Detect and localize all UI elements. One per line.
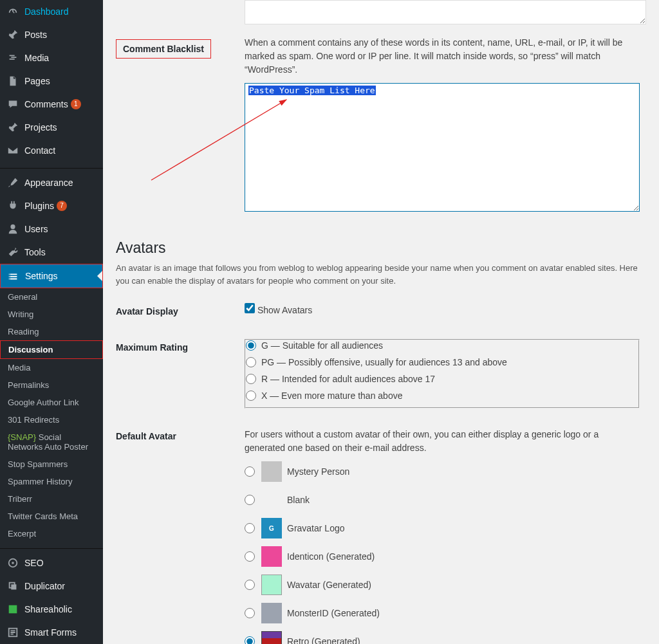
sidebar-item-media[interactable]: Media	[0, 46, 103, 69]
submenu-item-google-author-link[interactable]: Google Author Link	[0, 394, 103, 411]
avatar-thumb-blank	[261, 490, 282, 510]
sidebar-item-label: Projects	[24, 122, 57, 133]
badge: 1	[71, 99, 81, 109]
submenu-item-reading[interactable]: Reading	[0, 323, 103, 340]
default-avatar-wavatar[interactable]: Wavatar (Generated)	[245, 575, 640, 595]
sidebar-item-label: Users	[24, 224, 48, 234]
avatars-heading: Avatars	[116, 239, 646, 257]
page-icon	[6, 75, 19, 87]
blacklist-selected-text: Paste Your Spam List Here	[248, 86, 376, 95]
sidebar-item-label: Tools	[24, 247, 46, 257]
default-avatar-radio-gravatar[interactable]	[245, 523, 255, 533]
submenu-item-spammer-history[interactable]: Spammer History	[0, 473, 103, 490]
maximum-rating-fieldset: G — Suitable for all audiences PG — Poss…	[245, 339, 640, 409]
sidebar-item-appearance[interactable]: Appearance	[0, 171, 103, 194]
avatar-thumb-monsterid	[261, 603, 282, 623]
sidebar-item-label: Smart Forms	[24, 627, 77, 638]
default-avatar-radio-mystery[interactable]	[245, 466, 255, 477]
default-avatar-radio-wavatar[interactable]	[245, 580, 255, 590]
default-avatar-gravatar[interactable]: GGravatar Logo	[245, 518, 640, 538]
show-avatars-row[interactable]: Show Avatars	[245, 305, 312, 315]
comment-blacklist-desc: When a comment contains any of these wor…	[245, 36, 640, 77]
comment-blacklist-textarea[interactable]	[245, 83, 640, 212]
duplicator-icon	[6, 580, 19, 593]
submenu-item-excerpt[interactable]: Excerpt	[0, 525, 103, 542]
rating-x[interactable]: X — Even more mature than above	[246, 391, 638, 401]
submenu-item-general[interactable]: General	[0, 288, 103, 306]
sidebar-item-label: SEO	[24, 558, 44, 568]
forms-icon	[6, 626, 19, 639]
admin-sidebar: DashboardPostsMediaPagesComments1Project…	[0, 0, 103, 644]
sidebar-item-label: Contact	[24, 145, 55, 156]
sidebar-item-label: Shareaholic	[24, 604, 72, 614]
submenu-item-stop-spammers[interactable]: Stop Spammers	[0, 455, 103, 473]
sidebar-item-seo[interactable]: SEO	[0, 551, 103, 575]
sidebar-item-dashboard[interactable]: Dashboard	[0, 0, 103, 23]
svg-point-1	[12, 562, 14, 564]
dashboard-icon	[6, 5, 19, 18]
default-avatar-radio-retro[interactable]	[245, 636, 255, 644]
submenu-item-triberr[interactable]: Triberr	[0, 490, 103, 508]
sidebar-item-projects[interactable]: Projects	[0, 116, 103, 139]
submenu-item-301-redirects[interactable]: 301 Redirects	[0, 411, 103, 428]
avatars-intro: An avatar is an image that follows you f…	[116, 262, 646, 287]
rating-radio-g[interactable]	[246, 340, 256, 351]
sidebar-item-label: Comments	[24, 99, 68, 109]
default-avatar-mystery[interactable]: Mystery Person	[245, 461, 640, 482]
submenu-item-discussion[interactable]: Discussion	[0, 340, 103, 359]
default-avatar-identicon[interactable]: Identicon (Generated)	[245, 546, 640, 567]
submenu-item-media[interactable]: Media	[0, 359, 103, 376]
submenu-item--snap-social-networks-auto-poster[interactable]: {SNAP} Social Networks Auto Poster	[0, 428, 103, 455]
maximum-rating-label: Maximum Rating	[116, 329, 245, 418]
sidebar-item-label: Pages	[24, 76, 50, 86]
default-avatar-monsterid[interactable]: MonsterID (Generated)	[245, 603, 640, 623]
submenu-item-permalinks[interactable]: Permalinks	[0, 376, 103, 394]
rating-g[interactable]: G — Suitable for all audiences	[246, 340, 638, 351]
avatar-thumb-identicon	[261, 546, 282, 567]
comment-blacklist-label: Comment Blacklist	[116, 39, 211, 59]
rating-radio-pg[interactable]	[246, 357, 256, 367]
sidebar-item-smart-forms[interactable]: Smart Forms	[0, 621, 103, 644]
default-avatar-radio-monsterid[interactable]	[245, 608, 255, 618]
sidebar-item-posts[interactable]: Posts	[0, 23, 103, 46]
avatar-thumb-wavatar	[261, 575, 282, 595]
show-avatars-label: Show Avatars	[257, 305, 312, 315]
sidebar-item-tools[interactable]: Tools	[0, 241, 103, 264]
sidebar-item-contact[interactable]: Contact	[0, 139, 103, 162]
pin-icon	[6, 28, 19, 41]
sidebar-item-comments[interactable]: Comments1	[0, 93, 103, 116]
rating-radio-x[interactable]	[246, 391, 256, 401]
comment-icon	[6, 98, 19, 111]
default-avatar-label: Default Avatar	[116, 418, 245, 644]
submenu-item-twitter-cards-meta[interactable]: Twitter Cards Meta	[0, 508, 103, 525]
default-avatar-desc: For users without a custom avatar of the…	[245, 428, 640, 455]
sidebar-item-label: Media	[24, 53, 49, 63]
sidebar-item-pages[interactable]: Pages	[0, 69, 103, 93]
avatar-thumb-retro	[261, 631, 282, 644]
show-avatars-checkbox[interactable]	[245, 303, 255, 313]
default-avatar-blank[interactable]: Blank	[245, 490, 640, 510]
sidebar-item-shareaholic[interactable]: Shareaholic	[0, 598, 103, 621]
sidebar-item-label: Plugins	[24, 201, 54, 211]
sidebar-item-users[interactable]: Users	[0, 217, 103, 241]
rating-radio-r[interactable]	[246, 374, 256, 384]
mail-icon	[6, 144, 19, 157]
default-avatar-retro[interactable]: Retro (Generated)	[245, 631, 640, 644]
rating-r[interactable]: R — Intended for adult audiences above 1…	[246, 374, 638, 384]
avatar-thumb-mystery	[261, 461, 282, 482]
default-avatar-radio-identicon[interactable]	[245, 551, 255, 562]
svg-rect-4	[9, 605, 17, 614]
submenu-item-writing[interactable]: Writing	[0, 306, 103, 323]
sidebar-item-label: Duplicator	[24, 581, 65, 591]
brush-icon	[6, 176, 19, 189]
pin-icon	[6, 121, 19, 134]
sidebar-item-duplicator[interactable]: Duplicator	[0, 575, 103, 598]
comment-moderation-textarea-tail[interactable]	[245, 0, 646, 24]
shareaholic-icon	[6, 603, 19, 616]
sidebar-item-plugins[interactable]: Plugins7	[0, 194, 103, 217]
avatar-display-label: Avatar Display	[116, 293, 245, 329]
sidebar-item-settings[interactable]: Settings	[0, 264, 103, 288]
sidebar-item-label: Posts	[24, 30, 47, 40]
rating-pg[interactable]: PG — Possibly offensive, usually for aud…	[246, 357, 638, 367]
default-avatar-radio-blank[interactable]	[245, 495, 255, 505]
